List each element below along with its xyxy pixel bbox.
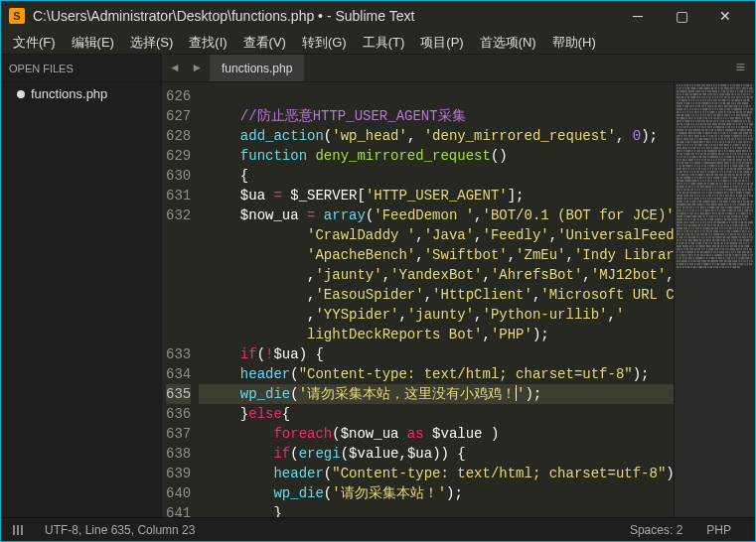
- menu-select[interactable]: 选择(S): [122, 32, 181, 54]
- menu-goto[interactable]: 转到(G): [294, 32, 355, 54]
- nav-back-icon[interactable]: ◄: [166, 60, 184, 77]
- menu-edit[interactable]: 编辑(E): [64, 32, 122, 54]
- maximize-button[interactable]: ▢: [660, 1, 703, 31]
- nav-forward-icon[interactable]: ►: [188, 60, 206, 77]
- toolbar: OPEN FILES ◄ ► functions.php ≡: [1, 55, 755, 82]
- tab-functions[interactable]: functions.php: [210, 55, 304, 81]
- menu-help[interactable]: 帮助(H): [544, 32, 604, 54]
- dirty-indicator-icon: [17, 90, 25, 98]
- minimize-button[interactable]: ─: [616, 1, 660, 31]
- menu-tools[interactable]: 工具(T): [355, 32, 413, 54]
- sidebar: functions.php: [1, 82, 162, 517]
- tab-nav: ◄ ►: [162, 55, 210, 81]
- titlebar: S C:\Users\Administrator\Desktop\functio…: [1, 1, 755, 31]
- menu-find[interactable]: 查找(I): [181, 32, 234, 54]
- status-encoding[interactable]: UTF-8, Line 635, Column 23: [33, 523, 207, 537]
- editor[interactable]: 6266276286296306316326336346356366376386…: [162, 82, 755, 517]
- menubar: 文件(F) 编辑(E) 选择(S) 查找(I) 查看(V) 转到(G) 工具(T…: [1, 31, 755, 55]
- hamburger-icon[interactable]: ≡: [725, 55, 755, 81]
- app-logo: S: [9, 8, 25, 24]
- status-spaces[interactable]: Spaces: 2: [618, 523, 694, 537]
- status-lang[interactable]: PHP: [694, 523, 743, 537]
- open-file-item[interactable]: functions.php: [1, 82, 161, 105]
- close-button[interactable]: ✕: [703, 1, 747, 31]
- menu-file[interactable]: 文件(F): [5, 32, 64, 54]
- file-name: functions.php: [31, 86, 107, 101]
- menu-preferences[interactable]: 首选项(N): [472, 32, 544, 54]
- code-area[interactable]: //防止恶意HTTP_USER_AGENT采集 add_action('wp_h…: [199, 82, 674, 517]
- statusbar: UTF-8, Line 635, Column 23 Spaces: 2 PHP: [1, 517, 755, 541]
- status-icon: [13, 525, 27, 535]
- line-gutter: 6266276286296306316326336346356366376386…: [162, 82, 199, 517]
- window-title: C:\Users\Administrator\Desktop\functions…: [33, 8, 616, 24]
- sidebar-header: OPEN FILES: [1, 55, 162, 81]
- menu-view[interactable]: 查看(V): [235, 32, 294, 54]
- minimap[interactable]: █ █ █ █ ██ █ █ █ ███ ███ ███ █ █ █ █ ███…: [674, 82, 755, 517]
- menu-project[interactable]: 项目(P): [412, 32, 471, 54]
